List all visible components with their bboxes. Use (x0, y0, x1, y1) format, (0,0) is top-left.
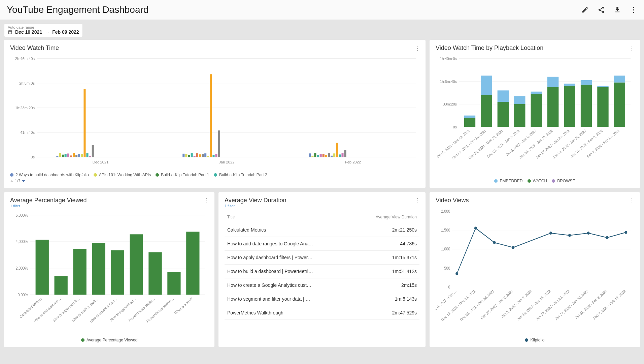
legend-playback: EMBEDDEDWATCHBROWSE (436, 179, 634, 183)
app-header: YouTube Engagement Dashboard ⋮ (0, 0, 644, 20)
card-video-views: Video Views ⋮ 2,0001,5001,0005000Dec 6, … (430, 192, 640, 347)
svg-text:Dec 27, 2021 - Jan 2, 2022: Dec 27, 2021 - Jan 2, 2022 (486, 129, 520, 158)
svg-point-134 (568, 234, 571, 237)
svg-rect-101 (36, 240, 49, 295)
svg-rect-113 (148, 252, 162, 295)
cell-duration: 2m:15s (353, 278, 419, 292)
svg-text:1,500: 1,500 (441, 228, 450, 232)
svg-text:Jan 24, 2022 - Jan 30, 2022: Jan 24, 2022 - Jan 30, 2022 (552, 129, 587, 159)
svg-rect-16 (70, 155, 72, 157)
svg-rect-52 (339, 154, 341, 157)
legend-label: Build-a-Klip Tutorial: Part 1 (161, 173, 209, 177)
svg-text:Dec 20, 2021 - Dec 26, 2021: Dec 20, 2021 - Dec 26, 2021 (468, 129, 504, 160)
date-range-picker[interactable]: Auto date range Dec 10 2021 → Feb 09 202… (4, 24, 83, 37)
svg-text:Feb 2022: Feb 2022 (345, 160, 361, 164)
svg-rect-42 (311, 156, 313, 157)
date-to: Feb 09 2022 (52, 29, 79, 35)
swatch-icon (81, 338, 84, 342)
table-row[interactable]: How to apply dashboard filters | Power…1… (225, 251, 419, 265)
svg-text:Dec 13, 2021 - Dec 19, 2021: Dec 13, 2021 - Dec 19, 2021 (440, 289, 476, 322)
svg-rect-41 (309, 153, 311, 157)
svg-rect-49 (331, 156, 333, 157)
col-title[interactable]: Title (225, 211, 353, 223)
svg-rect-84 (581, 85, 592, 127)
svg-rect-39 (218, 130, 220, 157)
svg-text:1h:6m:40s: 1h:6m:40s (440, 79, 457, 83)
filter-badge[interactable]: 1 filter (10, 204, 208, 208)
more-icon[interactable]: ⋮ (630, 6, 637, 13)
legend-item[interactable]: 2 Ways to build dashboards with Klipfoli… (10, 173, 89, 177)
cell-duration: 2m:21.250s (353, 223, 419, 237)
table-row[interactable]: Calculated Metrics2m:21.250s (225, 223, 419, 237)
svg-rect-22 (86, 153, 88, 157)
date-range-label: Auto date range (8, 25, 79, 29)
svg-rect-26 (182, 154, 184, 157)
svg-rect-72 (514, 104, 525, 127)
legend-item[interactable]: WATCH (528, 179, 547, 183)
svg-rect-30 (194, 156, 196, 157)
card-menu-icon[interactable]: ⋮ (629, 44, 635, 52)
card-menu-icon[interactable]: ⋮ (414, 197, 420, 204)
svg-point-136 (606, 236, 609, 239)
table-row[interactable]: How to build a dashboard | PowerMetri…1m… (225, 265, 419, 278)
svg-rect-107 (92, 243, 105, 295)
legend-item[interactable]: Build-a-Klip Tutorial: Part 2 (214, 173, 267, 177)
svg-point-129 (455, 272, 458, 275)
swatch-icon (494, 179, 498, 183)
svg-rect-27 (185, 154, 187, 157)
filter-badge[interactable]: 1 filter (225, 204, 419, 208)
header-actions: ⋮ (581, 6, 637, 13)
svg-rect-14 (65, 154, 67, 157)
svg-text:1h:40m:0s: 1h:40m:0s (440, 57, 457, 61)
svg-rect-45 (320, 154, 322, 157)
export-icon[interactable] (614, 6, 621, 13)
legend-label: Average Percentage Viewed (87, 338, 138, 342)
share-icon[interactable] (598, 6, 605, 13)
legend-item[interactable]: APIs 101: Working With APIs (94, 173, 151, 177)
card-menu-icon[interactable]: ⋮ (629, 197, 635, 204)
card-title: Average Percentage Viewed (10, 197, 208, 204)
pager-text: 1/7 (15, 179, 21, 183)
cell-title: How to create a Google Analytics cust… (225, 278, 353, 292)
svg-text:Jan 17, 2022 - Jan 23, 2022: Jan 17, 2022 - Jan 23, 2022 (536, 129, 570, 159)
pager-down-icon[interactable] (22, 180, 25, 182)
svg-text:1,000: 1,000 (441, 247, 450, 251)
edit-icon[interactable] (581, 6, 589, 13)
legend-item[interactable]: BROWSE (552, 179, 575, 183)
svg-text:Jan 3, 2022 - Jan 9, 2022: Jan 3, 2022 - Jan 9, 2022 (505, 129, 537, 157)
svg-rect-31 (196, 153, 198, 157)
col-duration[interactable]: Average View Duration (353, 211, 419, 223)
svg-rect-48 (328, 153, 330, 157)
table-row[interactable]: How to add date ranges to Google Ana…44.… (225, 237, 419, 251)
svg-rect-19 (78, 154, 80, 157)
swatch-icon (214, 173, 217, 177)
legend-item[interactable]: Build-a-Klip Tutorial: Part 1 (156, 173, 209, 177)
svg-rect-117 (186, 232, 199, 295)
svg-text:0: 0 (448, 284, 450, 289)
svg-text:Jan 3, 2022 - Jan 9, 2022: Jan 3, 2022 - Jan 9, 2022 (501, 289, 533, 319)
card-menu-icon[interactable]: ⋮ (203, 197, 209, 204)
svg-rect-38 (215, 154, 217, 157)
legend-item[interactable]: EMBEDDED (494, 179, 522, 183)
chart-avg-pct: 6,000%4,000%2,000%0.00%Calculated Metric… (10, 211, 208, 336)
svg-text:Jan 31, 2022 - Feb 6, 2022: Jan 31, 2022 - Feb 6, 2022 (570, 129, 604, 158)
svg-text:1h:23m:20s: 1h:23m:20s (15, 106, 35, 110)
legend-pager: 1/7 (10, 179, 419, 183)
pager-up-icon[interactable] (10, 180, 13, 182)
svg-point-130 (474, 226, 477, 230)
svg-text:0s: 0s (453, 125, 457, 129)
table-row[interactable]: PowerMetrics Walkthrough2m:47.529s (225, 306, 419, 320)
table-row[interactable]: How to create a Google Analytics cust…2m… (225, 278, 419, 292)
cell-title: PowerMetrics Walkthrough (225, 306, 353, 320)
cell-title: How to segment and filter your data | … (225, 292, 353, 306)
dashboard-grid: Video Watch Time ⋮ 2h:46m:40s2h:5m:0s1h:… (0, 40, 644, 347)
cell-title: How to add date ranges to Google Ana… (225, 237, 353, 251)
card-menu-icon[interactable]: ⋮ (414, 44, 420, 52)
svg-rect-15 (67, 153, 69, 157)
table-row[interactable]: How to segment and filter your data | …1… (225, 292, 419, 306)
svg-rect-91 (614, 75, 625, 82)
svg-rect-88 (597, 86, 608, 87)
svg-text:Dec 20, 2021 - Dec 26, 2021: Dec 20, 2021 - Dec 26, 2021 (459, 289, 495, 322)
svg-rect-18 (75, 155, 77, 157)
cell-title: How to apply dashboard filters | Power… (225, 251, 353, 265)
